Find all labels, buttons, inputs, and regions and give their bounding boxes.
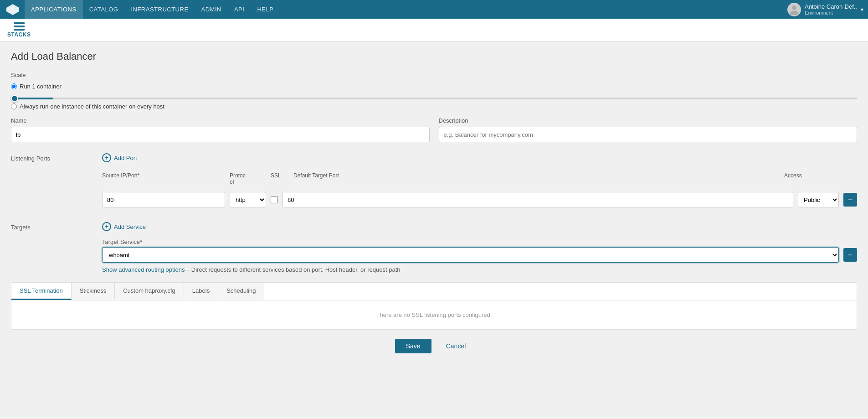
protocol-col-header: Protocol: [230, 172, 271, 185]
svg-point-1: [792, 5, 796, 10]
scale-options: Run 1 container: [11, 83, 857, 90]
footer-actions: Save Cancel: [11, 330, 857, 362]
target-col-header: Default Target Port: [293, 172, 784, 185]
tab-ssl-termination[interactable]: SSL Termination: [11, 283, 72, 300]
scale-label: Scale: [11, 72, 857, 78]
scale-section: Scale Run 1 container Always run one ins…: [11, 72, 857, 110]
target-service-select[interactable]: whoami: [102, 247, 839, 263]
user-menu-chevron-icon: [859, 6, 863, 13]
target-port-input[interactable]: [282, 192, 793, 207]
ssl-checkbox[interactable]: [271, 196, 278, 203]
nav-item-admin[interactable]: ADMIN: [195, 0, 228, 19]
targets-label: Targets: [11, 220, 102, 273]
protocol-select[interactable]: http https tcp: [230, 192, 266, 207]
user-menu[interactable]: Antoine Caron-Def.. Environment: [787, 3, 863, 16]
tab-stickiness[interactable]: Stickiness: [72, 283, 115, 300]
main-content: Add Load Balancer Scale Run 1 container …: [0, 41, 868, 419]
scale-option-1-label: Run 1 container: [20, 83, 62, 90]
user-avatar: [787, 3, 801, 16]
tab-scheduling[interactable]: Scheduling: [218, 283, 264, 300]
name-input[interactable]: [11, 127, 430, 142]
page-title: Add Load Balancer: [11, 51, 857, 62]
tab-empty-message: There are no SSL listening ports configu…: [376, 311, 492, 318]
advanced-routing-text: – Direct requests to different services …: [186, 266, 400, 273]
listening-ports-label: Listening Ports: [11, 151, 102, 211]
add-service-icon: +: [102, 222, 111, 231]
tab-content: There are no SSL listening ports configu…: [11, 300, 857, 329]
listening-ports-section: Listening Ports + Add Port Source IP/Por…: [11, 151, 857, 211]
nav-item-help[interactable]: HELP: [251, 0, 280, 19]
access-col-header: Access: [784, 172, 839, 185]
stacks-label: STACKS: [7, 31, 31, 38]
tab-labels[interactable]: Labels: [184, 283, 218, 300]
name-description-row: Name Description: [11, 117, 857, 142]
target-service-label: Target Service*: [102, 238, 857, 245]
listening-ports-content: + Add Port Source IP/Port* Protocol SSL …: [102, 151, 857, 211]
scale-option-2-label: Always run one instance of this containe…: [20, 103, 164, 110]
nav-item-infrastructure[interactable]: INFRASTRUCTURE: [124, 0, 195, 19]
add-port-icon: +: [102, 153, 111, 162]
advanced-routing-link[interactable]: Show advanced routing options: [102, 266, 185, 273]
scale-radio-2[interactable]: [11, 103, 17, 109]
source-port-input[interactable]: [102, 192, 225, 207]
remove-port-button[interactable]: −: [843, 193, 857, 207]
target-service-row: whoami −: [102, 247, 857, 263]
nav-items: APPLICATIONS CATALOG INFRASTRUCTURE ADMI…: [25, 0, 280, 19]
description-group: Description: [439, 117, 858, 142]
access-select[interactable]: Public Private Internal: [798, 192, 839, 207]
targets-section: Targets + Add Service Target Service* wh…: [11, 220, 857, 273]
sub-navigation: STACKS: [0, 19, 868, 41]
nav-item-catalog[interactable]: CATALOG: [83, 0, 125, 19]
app-logo[interactable]: [5, 3, 21, 16]
top-navigation: APPLICATIONS CATALOG INFRASTRUCTURE ADMI…: [0, 0, 868, 19]
svg-point-2: [790, 11, 798, 15]
scale-option-1: Run 1 container: [11, 83, 62, 90]
source-col-header: Source IP/Port*: [102, 172, 230, 185]
user-text: Antoine Caron-Def.. Environment: [805, 3, 859, 16]
svg-marker-0: [6, 4, 19, 15]
name-group: Name: [11, 117, 430, 142]
username: Antoine Caron-Def..: [805, 3, 857, 10]
save-button[interactable]: Save: [395, 339, 431, 353]
cancel-button[interactable]: Cancel: [439, 339, 473, 353]
stacks-nav-item[interactable]: STACKS: [7, 22, 31, 38]
tabs-section: SSL Termination Stickiness Custom haprox…: [11, 282, 857, 330]
description-label: Description: [439, 117, 858, 124]
add-service-button[interactable]: + Add Service: [102, 220, 146, 233]
nav-item-applications[interactable]: APPLICATIONS: [25, 0, 83, 19]
targets-content: + Add Service Target Service* whoami − S…: [102, 220, 857, 273]
name-label: Name: [11, 117, 430, 124]
nav-item-api[interactable]: API: [228, 0, 251, 19]
ports-table-header: Source IP/Port* Protocol SSL Default Tar…: [102, 170, 857, 188]
description-input[interactable]: [439, 127, 858, 142]
tab-custom-haproxy[interactable]: Custom haproxy.cfg: [115, 283, 184, 300]
svg-rect-4: [14, 26, 25, 27]
remove-service-button[interactable]: −: [843, 248, 857, 262]
port-row: http https tcp Public Private Internal −: [102, 192, 857, 207]
ssl-col-header: SSL: [271, 172, 293, 185]
scale-option-2: Always run one instance of this containe…: [11, 103, 846, 110]
nav-right: Antoine Caron-Def.. Environment: [787, 3, 863, 16]
env-label: Environment: [805, 10, 859, 16]
add-port-label: Add Port: [114, 155, 137, 161]
tabs-header: SSL Termination Stickiness Custom haprox…: [11, 283, 857, 300]
svg-rect-3: [14, 22, 25, 24]
scale-radio-1[interactable]: [11, 83, 17, 89]
add-service-label: Add Service: [114, 223, 146, 230]
scale-slider[interactable]: [11, 98, 857, 99]
svg-rect-5: [14, 29, 25, 31]
add-port-button[interactable]: + Add Port: [102, 151, 137, 164]
advanced-routing: Show advanced routing options – Direct r…: [102, 266, 857, 273]
